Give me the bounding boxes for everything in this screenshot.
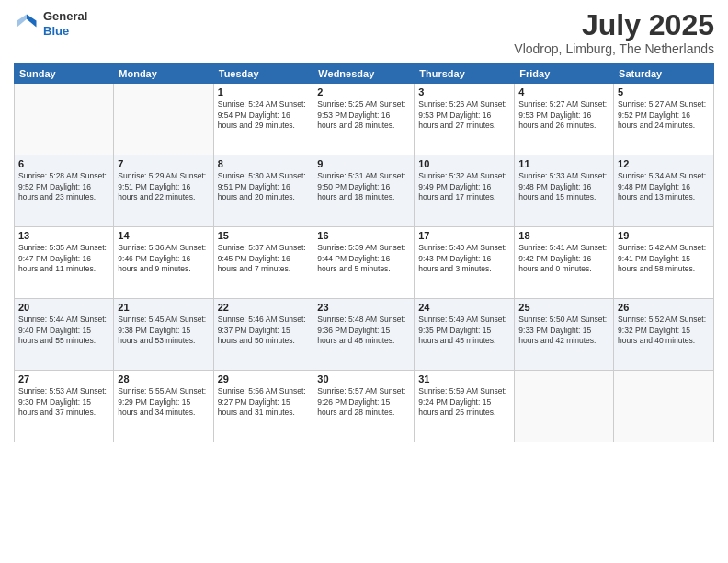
calendar-table: SundayMondayTuesdayWednesdayThursdayFrid… — [14, 63, 714, 442]
calendar-cell: 18Sunrise: 5:41 AM Sunset: 9:42 PM Dayli… — [515, 227, 614, 299]
svg-marker-0 — [27, 14, 37, 27]
day-number: 1 — [218, 86, 310, 98]
calendar-cell: 4Sunrise: 5:27 AM Sunset: 9:53 PM Daylig… — [515, 84, 614, 155]
day-detail: Sunrise: 5:42 AM Sunset: 9:41 PM Dayligh… — [618, 243, 710, 274]
day-detail: Sunrise: 5:57 AM Sunset: 9:26 PM Dayligh… — [317, 386, 410, 418]
day-detail: Sunrise: 5:56 AM Sunset: 9:27 PM Dayligh… — [218, 386, 310, 418]
calendar-cell: 22Sunrise: 5:46 AM Sunset: 9:37 PM Dayli… — [213, 299, 313, 371]
calendar-cell: 19Sunrise: 5:42 AM Sunset: 9:41 PM Dayli… — [614, 227, 714, 299]
calendar-week-row: 13Sunrise: 5:35 AM Sunset: 9:47 PM Dayli… — [15, 227, 714, 299]
day-detail: Sunrise: 5:53 AM Sunset: 9:30 PM Dayligh… — [18, 386, 109, 418]
day-detail: Sunrise: 5:59 AM Sunset: 9:24 PM Dayligh… — [418, 386, 510, 418]
day-detail: Sunrise: 5:26 AM Sunset: 9:53 PM Dayligh… — [418, 99, 510, 131]
weekday-header-friday: Friday — [515, 64, 614, 84]
day-number: 11 — [518, 158, 609, 169]
calendar-cell: 29Sunrise: 5:56 AM Sunset: 9:27 PM Dayli… — [213, 371, 313, 442]
logo: General Blue — [14, 9, 87, 38]
weekday-header-sunday: Sunday — [15, 64, 114, 84]
day-detail: Sunrise: 5:40 AM Sunset: 9:43 PM Dayligh… — [418, 243, 510, 274]
weekday-header-saturday: Saturday — [614, 64, 714, 84]
weekday-header-wednesday: Wednesday — [313, 64, 415, 84]
calendar-cell: 21Sunrise: 5:45 AM Sunset: 9:38 PM Dayli… — [114, 299, 213, 371]
calendar-cell: 6Sunrise: 5:28 AM Sunset: 9:52 PM Daylig… — [15, 155, 114, 227]
calendar-week-row: 20Sunrise: 5:44 AM Sunset: 9:40 PM Dayli… — [15, 299, 714, 371]
day-number: 24 — [418, 302, 510, 313]
weekday-header-monday: Monday — [114, 64, 213, 84]
calendar-page: General Blue July 2025 Vlodrop, Limburg,… — [0, 0, 728, 563]
day-number: 21 — [118, 302, 209, 313]
calendar-cell: 5Sunrise: 5:27 AM Sunset: 9:52 PM Daylig… — [614, 84, 714, 155]
day-number: 7 — [118, 158, 209, 169]
day-detail: Sunrise: 5:50 AM Sunset: 9:33 PM Dayligh… — [518, 315, 609, 346]
day-detail: Sunrise: 5:48 AM Sunset: 9:36 PM Dayligh… — [317, 315, 410, 346]
day-number: 10 — [418, 158, 510, 169]
day-detail: Sunrise: 5:28 AM Sunset: 9:52 PM Dayligh… — [18, 171, 109, 202]
calendar-cell — [15, 84, 114, 155]
day-number: 8 — [218, 158, 310, 169]
day-detail: Sunrise: 5:44 AM Sunset: 9:40 PM Dayligh… — [18, 315, 109, 346]
day-detail: Sunrise: 5:45 AM Sunset: 9:38 PM Dayligh… — [118, 315, 209, 346]
month-year-title: July 2025 — [514, 9, 714, 41]
day-number: 15 — [218, 230, 310, 241]
calendar-cell: 25Sunrise: 5:50 AM Sunset: 9:33 PM Dayli… — [515, 299, 614, 371]
day-detail: Sunrise: 5:24 AM Sunset: 9:54 PM Dayligh… — [218, 99, 310, 131]
calendar-cell: 1Sunrise: 5:24 AM Sunset: 9:54 PM Daylig… — [213, 84, 313, 155]
day-number: 20 — [18, 302, 109, 313]
day-detail: Sunrise: 5:31 AM Sunset: 9:50 PM Dayligh… — [317, 171, 410, 202]
day-detail: Sunrise: 5:35 AM Sunset: 9:47 PM Dayligh… — [18, 243, 109, 274]
day-number: 4 — [518, 86, 609, 98]
calendar-cell: 12Sunrise: 5:34 AM Sunset: 9:48 PM Dayli… — [614, 155, 714, 227]
day-number: 5 — [618, 86, 710, 98]
svg-marker-1 — [17, 14, 28, 27]
title-area: July 2025 Vlodrop, Limburg, The Netherla… — [514, 9, 714, 56]
page-header: General Blue July 2025 Vlodrop, Limburg,… — [14, 9, 714, 56]
day-number: 27 — [18, 373, 109, 385]
calendar-cell: 9Sunrise: 5:31 AM Sunset: 9:50 PM Daylig… — [313, 155, 415, 227]
location-subtitle: Vlodrop, Limburg, The Netherlands — [514, 41, 714, 56]
calendar-cell — [515, 371, 614, 442]
calendar-cell: 13Sunrise: 5:35 AM Sunset: 9:47 PM Dayli… — [15, 227, 114, 299]
calendar-cell: 11Sunrise: 5:33 AM Sunset: 9:48 PM Dayli… — [515, 155, 614, 227]
day-number: 26 — [618, 302, 710, 313]
day-detail: Sunrise: 5:29 AM Sunset: 9:51 PM Dayligh… — [118, 171, 209, 202]
day-number: 25 — [518, 302, 609, 313]
calendar-cell — [114, 84, 213, 155]
calendar-cell: 16Sunrise: 5:39 AM Sunset: 9:44 PM Dayli… — [313, 227, 415, 299]
calendar-cell: 23Sunrise: 5:48 AM Sunset: 9:36 PM Dayli… — [313, 299, 415, 371]
day-detail: Sunrise: 5:55 AM Sunset: 9:29 PM Dayligh… — [118, 386, 209, 418]
day-detail: Sunrise: 5:52 AM Sunset: 9:32 PM Dayligh… — [618, 315, 710, 346]
day-number: 23 — [317, 302, 410, 313]
day-detail: Sunrise: 5:36 AM Sunset: 9:46 PM Dayligh… — [118, 243, 209, 274]
day-number: 13 — [18, 230, 109, 241]
calendar-cell: 27Sunrise: 5:53 AM Sunset: 9:30 PM Dayli… — [15, 371, 114, 442]
weekday-header-tuesday: Tuesday — [213, 64, 313, 84]
calendar-cell: 14Sunrise: 5:36 AM Sunset: 9:46 PM Dayli… — [114, 227, 213, 299]
calendar-cell: 31Sunrise: 5:59 AM Sunset: 9:24 PM Dayli… — [415, 371, 515, 442]
calendar-cell: 15Sunrise: 5:37 AM Sunset: 9:45 PM Dayli… — [213, 227, 313, 299]
day-number: 14 — [118, 230, 209, 241]
logo-text: General Blue — [43, 9, 87, 38]
day-detail: Sunrise: 5:25 AM Sunset: 9:53 PM Dayligh… — [317, 99, 410, 131]
calendar-week-row: 6Sunrise: 5:28 AM Sunset: 9:52 PM Daylig… — [15, 155, 714, 227]
day-number: 28 — [118, 373, 209, 385]
calendar-cell: 26Sunrise: 5:52 AM Sunset: 9:32 PM Dayli… — [614, 299, 714, 371]
calendar-cell — [614, 371, 714, 442]
day-number: 29 — [218, 373, 310, 385]
calendar-body: 1Sunrise: 5:24 AM Sunset: 9:54 PM Daylig… — [15, 84, 714, 442]
calendar-header: SundayMondayTuesdayWednesdayThursdayFrid… — [15, 64, 714, 84]
calendar-cell: 10Sunrise: 5:32 AM Sunset: 9:49 PM Dayli… — [415, 155, 515, 227]
calendar-cell: 7Sunrise: 5:29 AM Sunset: 9:51 PM Daylig… — [114, 155, 213, 227]
day-number: 19 — [618, 230, 710, 241]
day-detail: Sunrise: 5:49 AM Sunset: 9:35 PM Dayligh… — [418, 315, 510, 346]
calendar-week-row: 27Sunrise: 5:53 AM Sunset: 9:30 PM Dayli… — [15, 371, 714, 442]
logo-icon — [14, 11, 40, 37]
day-detail: Sunrise: 5:33 AM Sunset: 9:48 PM Dayligh… — [518, 171, 609, 202]
day-detail: Sunrise: 5:46 AM Sunset: 9:37 PM Dayligh… — [218, 315, 310, 346]
day-detail: Sunrise: 5:39 AM Sunset: 9:44 PM Dayligh… — [317, 243, 410, 274]
day-number: 22 — [218, 302, 310, 313]
day-detail: Sunrise: 5:30 AM Sunset: 9:51 PM Dayligh… — [218, 171, 310, 202]
day-number: 12 — [618, 158, 710, 169]
day-number: 6 — [18, 158, 109, 169]
calendar-cell: 17Sunrise: 5:40 AM Sunset: 9:43 PM Dayli… — [415, 227, 515, 299]
weekday-header-row: SundayMondayTuesdayWednesdayThursdayFrid… — [15, 64, 714, 84]
